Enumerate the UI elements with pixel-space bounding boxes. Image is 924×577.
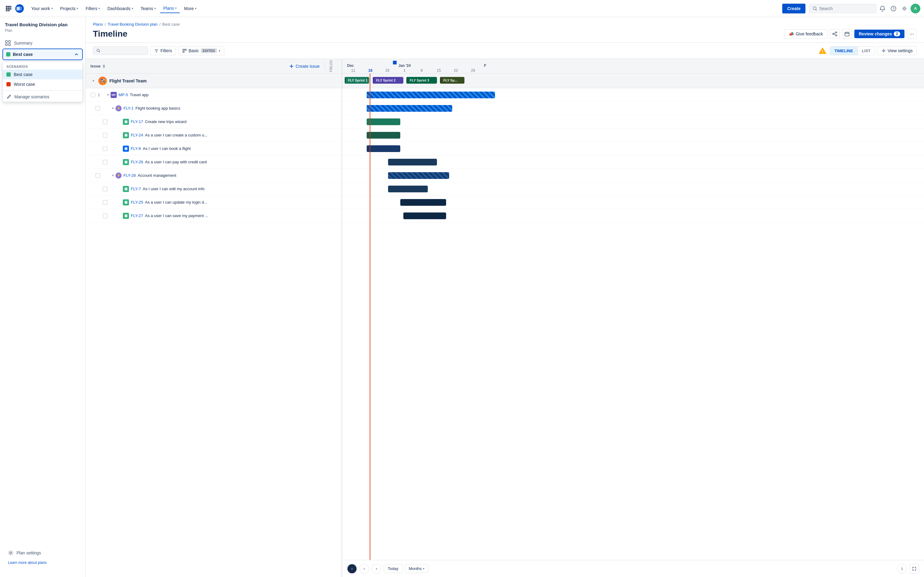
row-checkbox[interactable] (103, 133, 108, 138)
nav-projects[interactable]: Projects ▾ (57, 4, 82, 13)
row-checkbox[interactable] (90, 92, 95, 97)
manage-scenarios-button[interactable]: Manage scenarios (3, 92, 82, 102)
gantt-row (342, 142, 924, 155)
scenario-dropdown-button[interactable]: Best case (2, 48, 83, 60)
expand-icon[interactable]: ▾ (110, 106, 115, 111)
gantt-info-button[interactable]: i (897, 564, 907, 574)
nav-your-work[interactable]: Your work ▾ (28, 4, 56, 13)
gantt-bar-fly26[interactable] (388, 159, 437, 166)
breadcrumb: Plans / Travel Booking Division plan / B… (93, 22, 917, 27)
nav-teams[interactable]: Teams ▾ (137, 4, 159, 13)
gantt-bar-fly8[interactable] (367, 145, 400, 152)
table-row[interactable]: ▣ FLY-8 As I user I can book a flight (86, 142, 342, 155)
expand-placeholder (117, 132, 123, 138)
row-checkbox[interactable] (103, 213, 108, 218)
gantt-bar-fly28[interactable] (388, 172, 449, 179)
expand-icon[interactable]: ▾ (110, 173, 115, 178)
gantt-expand-button[interactable] (909, 564, 919, 574)
list-view-button[interactable]: LIST (858, 47, 875, 55)
create-button[interactable]: Create (782, 4, 805, 13)
gantt-bar-fly27[interactable] (403, 213, 446, 219)
nav-dashboards[interactable]: Dashboards ▾ (104, 4, 136, 13)
review-count-badge: 2 (894, 31, 900, 36)
gantt-bar-fly7[interactable] (388, 185, 428, 192)
sprint-bar-fly2: FLY Sprint 2 (373, 77, 403, 84)
share-button[interactable] (830, 29, 840, 39)
table-row[interactable]: ▾ ⚡ FLY-28 Account management (86, 169, 342, 182)
apps-icon[interactable] (4, 4, 13, 13)
gantt-bar-mp5[interactable] (367, 92, 495, 98)
more-options-button[interactable]: ··· (907, 29, 917, 39)
toolbar-search[interactable] (93, 47, 148, 55)
create-issue-button[interactable]: Create issue (287, 63, 322, 70)
table-row[interactable]: ▾ ⚡ FLY-1 Flight booking app basics (86, 102, 342, 115)
groupby-button[interactable]: Basic EDITED ▾ (178, 46, 224, 55)
view-settings-button[interactable]: View settings (877, 46, 917, 55)
gantt-bar-fly1[interactable] (367, 105, 452, 112)
svg-point-16 (10, 552, 11, 554)
gantt-bar-fly25[interactable] (400, 199, 446, 206)
row-checkbox[interactable] (103, 187, 108, 192)
search-placeholder: Search (819, 6, 833, 11)
filters-button[interactable]: Filters (150, 46, 176, 55)
gantt-header: Dec 11 18 25 Jan '24 1 (342, 59, 924, 74)
nav-more[interactable]: More ▾ (181, 4, 200, 13)
gantt-next-button[interactable]: › (372, 564, 381, 574)
scenario-option-worst[interactable]: Worst case (3, 79, 82, 89)
sidebar-item-summary[interactable]: Summary (0, 37, 85, 48)
table-row[interactable]: ▣ FLY-7 As I user I can edit my account … (86, 182, 342, 196)
expand-icon[interactable]: ▾ (105, 92, 111, 98)
timeline-view-button[interactable]: TIMELINE (830, 47, 858, 55)
chevron-down-icon: ▾ (77, 7, 78, 10)
chevron-down-icon: ▾ (51, 7, 53, 10)
jira-logo[interactable] (15, 4, 24, 13)
sidebar-subtitle: Plan (0, 28, 85, 37)
calendar-button[interactable] (842, 29, 852, 39)
help-icon[interactable]: ? (888, 4, 898, 13)
table-row[interactable]: ▣ FLY-26 As a user I can pay with credit… (86, 155, 342, 169)
row-checkbox[interactable] (95, 106, 100, 111)
issue-icon-mp: MP (111, 92, 117, 98)
row-checkbox[interactable] (103, 200, 108, 205)
gantt-date: 15 (430, 68, 447, 73)
gantt-bar-fly17[interactable] (367, 118, 400, 125)
row-checkbox[interactable] (103, 146, 108, 151)
gantt-forward-button[interactable]: › (347, 564, 357, 574)
give-feedback-button[interactable]: 📣 Give feedback (784, 29, 828, 39)
avatar[interactable]: A (911, 4, 920, 13)
notifications-icon[interactable] (877, 4, 887, 13)
review-changes-button[interactable]: Review changes 2 (855, 30, 905, 38)
svg-point-26 (883, 50, 884, 52)
breadcrumb-division-plan[interactable]: Travel Booking Division plan (108, 22, 158, 27)
gantt-prev-button[interactable]: ‹ (359, 564, 369, 574)
expand-icon[interactable]: ▾ (90, 78, 96, 84)
chevron-down-icon: ▾ (154, 7, 156, 10)
chevron-down-icon: ▾ (423, 567, 425, 570)
table-row[interactable]: ▣ FLY-25 As a user I can update my login… (86, 196, 342, 209)
learn-more-link[interactable]: Learn more about plans (5, 558, 80, 567)
warning-icon[interactable] (818, 46, 827, 56)
gantt-months-select[interactable]: Months ▾ (405, 564, 429, 573)
page-title-row: Timeline 📣 Give feedback (93, 29, 917, 39)
issue-col-header[interactable]: Issue (90, 64, 105, 68)
gantt-bar-fly24[interactable] (367, 132, 400, 139)
table-row[interactable]: ▣ FLY-24 As a user I can create a custom… (86, 129, 342, 142)
scenario-option-best[interactable]: Best case (3, 69, 82, 79)
nav-plans[interactable]: Plans ▾ (160, 4, 180, 13)
nav-filters[interactable]: Filters ▾ (82, 4, 103, 13)
plan-settings-button[interactable]: Plan settings (5, 548, 80, 558)
row-checkbox[interactable] (103, 119, 108, 124)
breadcrumb-plans[interactable]: Plans (93, 22, 103, 27)
table-row[interactable]: ▣ FLY-17 Create new trips wizard (86, 115, 342, 129)
group-header-flight-travel-team[interactable]: ▾ ✈️ Flight Travel Team (86, 74, 342, 88)
gantt-date-today: 18 (362, 68, 379, 73)
gantt-date: 11 (345, 68, 362, 73)
gantt-today-button[interactable]: Today (384, 564, 402, 573)
search-box[interactable]: Search (809, 4, 876, 13)
row-checkbox[interactable] (103, 160, 108, 164)
table-row[interactable]: ▣ FLY-27 As a user I can save my payment… (86, 209, 342, 222)
table-row[interactable]: 1 ▾ MP MP-5 Travel app (86, 88, 342, 102)
chevron-down-icon: ▾ (219, 49, 220, 53)
row-checkbox[interactable] (95, 173, 100, 178)
settings-icon[interactable] (900, 4, 909, 13)
